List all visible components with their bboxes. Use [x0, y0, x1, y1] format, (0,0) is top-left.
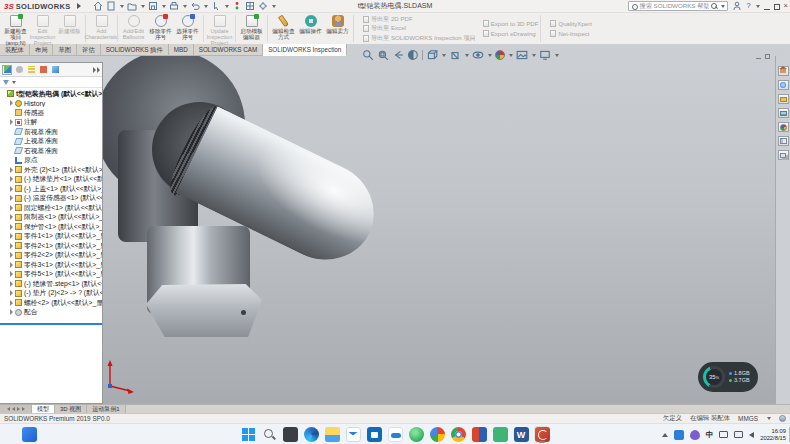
close-button[interactable]: × [784, 1, 788, 11]
expand-arrow-icon[interactable] [10, 300, 13, 306]
speaker-icon[interactable] [749, 432, 754, 438]
ime-indicator[interactable]: 中 [706, 430, 714, 440]
tab-motion-study[interactable]: 运动算例1 [87, 405, 125, 413]
qualityxpert-item[interactable]: QualityXpert [550, 20, 592, 28]
dropdown-arrow-icon[interactable] [120, 5, 124, 8]
new-inspection-project-button[interactable]: 新建检查项目 (amp;N) [2, 13, 29, 44]
tree-item-component[interactable]: 固定螺栓<1> (默认<<默认>_显示状 [0, 203, 102, 213]
select-balloons-button[interactable]: 选择零件序号 [174, 13, 201, 44]
tab-solidworks-inspection[interactable]: SOLIDWORKS Inspection [263, 44, 347, 56]
word-button[interactable]: W [513, 426, 529, 443]
tree-item-component[interactable]: 限制器<1> (默认<<默认>_显示状 [0, 213, 102, 223]
onedrive-button[interactable] [387, 426, 403, 443]
edit-appearance-icon[interactable] [495, 50, 505, 60]
add-characteristic-button[interactable]: Add Characteristic [88, 13, 115, 44]
file-explorer-button[interactable] [324, 426, 340, 443]
units-selector[interactable]: MMGS [738, 415, 758, 422]
zoom-to-fit-icon[interactable] [362, 49, 374, 61]
tree-item-right-plane[interactable]: 右视基准面 [0, 146, 102, 156]
panel-splitter[interactable] [103, 62, 106, 404]
options-gear-icon[interactable] [258, 1, 268, 11]
cast-monitor-icon[interactable] [734, 431, 743, 438]
tree-item-front-plane[interactable]: 前视基准面 [0, 127, 102, 137]
dropdown-arrow-icon[interactable] [12, 81, 16, 84]
edit-inspection-methods-button[interactable]: 编辑检查方式 [270, 13, 297, 44]
filter-funnel-icon[interactable] [3, 80, 9, 85]
dropdown-arrow-icon[interactable] [721, 5, 725, 8]
update-inspection-project-button[interactable]: Update Inspection Project [206, 13, 233, 44]
new-document-icon[interactable] [106, 1, 116, 11]
edit-inspection-project-button[interactable]: Edit Inspection Project [29, 13, 56, 44]
file-explorer-image-icon[interactable] [778, 108, 789, 118]
search-icon[interactable] [711, 3, 718, 10]
touch-keyboard-icon[interactable] [719, 431, 728, 438]
custom-properties-copy-icon[interactable] [778, 150, 789, 160]
tree-item-sensor-folder[interactable]: 传感器 [0, 108, 102, 118]
export-3d-pdf-item[interactable]: Export to 3D PDF [483, 20, 539, 28]
tree-pane-splitter[interactable] [0, 323, 102, 325]
dropdown-arrow-icon[interactable] [465, 54, 469, 57]
status-globe-icon[interactable] [779, 415, 786, 422]
expand-arrow-icon[interactable] [10, 252, 13, 258]
browser-360-button[interactable] [429, 426, 445, 443]
viewport-grid-icon[interactable] [245, 1, 255, 11]
export-inspection-project-item[interactable]: 导出至 SOLIDWORKS Inspection 项目 [363, 34, 476, 42]
dictionary-button[interactable] [471, 426, 487, 443]
tab-scroll-arrows[interactable] [0, 405, 32, 413]
expand-arrow-icon[interactable] [10, 167, 13, 173]
expand-arrow-icon[interactable] [10, 214, 13, 220]
solidworks-logo[interactable]: 3S SOLIDWORKS [0, 2, 81, 11]
display-manager-tab[interactable] [50, 65, 60, 75]
model-hole[interactable] [241, 310, 246, 315]
taskbar-search-button[interactable] [261, 426, 277, 443]
store-button[interactable] [366, 426, 382, 443]
tree-item-component[interactable]: (-) 上盖<1> (默认<<默认>_显示状 [0, 184, 102, 194]
safe-360-button[interactable] [408, 426, 424, 443]
dropdown-arrow-icon[interactable] [141, 5, 145, 8]
task-view-button[interactable] [282, 426, 298, 443]
undo-icon[interactable] [190, 1, 200, 11]
dropdown-arrow-icon[interactable] [225, 5, 229, 8]
tree-root-item[interactable]: t型铠装热电偶 (默认<<默认>_显示状态-1 [0, 89, 102, 99]
apply-scene-icon[interactable] [516, 49, 528, 61]
dropdown-arrow-icon[interactable] [442, 54, 446, 57]
launch-template-editor-button[interactable]: 启动模板编辑器 [238, 13, 265, 44]
view-palette-panel-icon[interactable] [778, 136, 789, 146]
dropdown-arrow-icon[interactable] [509, 54, 513, 57]
export-2d-pdf-item[interactable]: 导出至 2D PDF [363, 15, 476, 23]
doc-minimize-icon[interactable] [756, 54, 761, 59]
tab-evaluate[interactable]: 评估 [77, 44, 101, 56]
expand-arrow-icon[interactable] [10, 186, 13, 192]
mail-button[interactable] [345, 426, 361, 443]
tree-item-component[interactable]: 零件1<1> (默认<<默认>_显示状态 [0, 232, 102, 242]
minimize-button[interactable] [764, 9, 770, 10]
hide-show-items-icon[interactable] [472, 49, 484, 61]
export-excel-item[interactable]: 导出至 Excel [363, 25, 476, 33]
dropdown-arrow-icon[interactable] [532, 54, 536, 57]
tab-model[interactable]: 模型 [32, 405, 55, 413]
print-icon[interactable] [169, 1, 179, 11]
tree-item-component[interactable]: (-) 绝缘管.step<1> (默认<<默认> [0, 279, 102, 289]
dimxpert-manager-tab[interactable] [38, 65, 48, 75]
tree-item-component[interactable]: 螺栓<2> (默认<<默认>_显示状态 [0, 298, 102, 308]
tree-item-mates[interactable]: 配合 [0, 308, 102, 318]
export-edrawing-item[interactable]: Export eDrawing [483, 29, 539, 37]
help-dropdown-icon[interactable] [756, 5, 760, 8]
tree-item-component[interactable]: 外壳 (2)<1> (默认<<默认>_显示状 [0, 165, 102, 175]
thermocouple-model[interactable] [0, 44, 790, 404]
start-button[interactable] [240, 426, 256, 443]
clock[interactable]: 16:09 2022/8/15 [760, 428, 786, 441]
display-style-icon[interactable] [449, 49, 461, 61]
tree-item-component[interactable]: 零件5<1> (默认<<默认>_显示状 [0, 270, 102, 280]
help-button[interactable]: ? [746, 1, 750, 11]
new-template-button[interactable]: 新建模板 [56, 13, 83, 44]
save-icon[interactable] [148, 1, 158, 11]
expand-arrow-icon[interactable] [10, 224, 13, 230]
tree-item-origin[interactable]: 原点 [0, 156, 102, 166]
expand-arrow-icon[interactable] [10, 176, 13, 182]
expand-arrow-icon[interactable] [10, 205, 13, 211]
search-input[interactable]: 搜索 SOLIDWORKS 帮助 [628, 1, 728, 11]
remove-balloons-button[interactable]: 移除零件序号 [147, 13, 174, 44]
expand-arrow-icon[interactable] [10, 271, 13, 277]
widgets-icon[interactable] [22, 427, 37, 442]
